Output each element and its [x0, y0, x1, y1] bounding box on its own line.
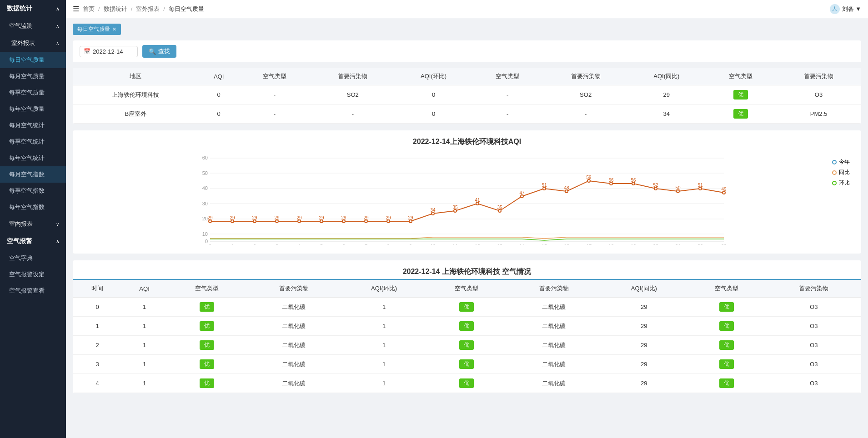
sidebar-item-monthly-index[interactable]: 每月空气指数 [0, 166, 66, 183]
badge-green: 优 [200, 378, 214, 388]
svg-text:4: 4 [298, 243, 301, 244]
cell-time: 1 [73, 317, 122, 336]
detail-col-aqi: AQI [122, 280, 167, 298]
svg-text:29: 29 [207, 215, 213, 220]
sidebar-item-quarterly-index[interactable]: 每季空气指数 [0, 183, 66, 199]
badge-green: 优 [733, 109, 748, 119]
detail-section-title: 2022-12-14 上海轶伦环境科技 空气情况 [73, 260, 861, 279]
cell-aqi-tb: 29 [601, 298, 687, 317]
tab-daily-air-quality[interactable]: 每日空气质量 ✕ [73, 24, 121, 35]
sidebar-section-air-monitor[interactable]: 空气监测 ∧ [0, 17, 66, 35]
svg-text:34: 34 [430, 208, 436, 213]
breadcrumb-data-stats[interactable]: 数据统计 [104, 5, 127, 13]
badge-green: 优 [200, 321, 214, 331]
svg-text:18: 18 [608, 243, 614, 244]
topbar-right: 人 刘备 ▼ [830, 4, 861, 14]
date-input-wrapper: 📅 [80, 46, 138, 57]
chart-title: 2022-12-14上海轶伦环境科技AQI [73, 130, 861, 149]
legend-same-dot [832, 170, 837, 175]
cell-air-type-tb: 优 [687, 298, 766, 317]
svg-text:5: 5 [320, 243, 323, 244]
cell-aqi-hb: 0 [395, 105, 472, 124]
sidebar-item-quarterly-stats[interactable]: 每季空气统计 [0, 134, 66, 150]
svg-text:23: 23 [721, 243, 727, 244]
badge-green: 优 [719, 378, 734, 388]
col-air-type-tb: 空气类型 [705, 68, 776, 85]
sidebar-section-outdoor-report[interactable]: 室外报表 ∧ [0, 35, 66, 52]
sidebar-section-indoor-report[interactable]: 室内报表 ∨ [0, 215, 66, 233]
sidebar-item-monthly-air-quality[interactable]: 每月空气质量 [0, 68, 66, 85]
col-aqi-tb: AQI(同比) [628, 68, 705, 85]
cell-aqi-tb: 29 [601, 317, 687, 336]
sidebar-section-data-stats[interactable]: 数据统计 ∧ [0, 0, 66, 17]
svg-text:9: 9 [409, 243, 412, 244]
badge-green: 优 [719, 340, 734, 350]
svg-text:0: 0 [205, 239, 208, 244]
svg-text:29: 29 [274, 215, 280, 220]
cell-aqi-tb: 29 [601, 355, 687, 374]
cell-air-type-tb: 优 [705, 85, 776, 105]
cell-air-type-hb: 优 [427, 336, 507, 355]
svg-text:1: 1 [231, 243, 234, 244]
cell-air-type: 优 [167, 317, 246, 336]
cell-air-type-tb: 优 [705, 105, 776, 124]
svg-text:6: 6 [342, 243, 345, 244]
svg-text:52: 52 [653, 183, 658, 188]
svg-text:19: 19 [631, 243, 636, 244]
svg-text:29: 29 [252, 215, 257, 220]
cell-pollutant-tb: O3 [766, 374, 861, 393]
cell-air-type-hb: 优 [427, 317, 507, 336]
sidebar-item-daily-air-quality[interactable]: 每日空气质量 [0, 52, 66, 68]
cell-pollutant: 二氧化碳 [246, 317, 341, 336]
table-row: 3 1 优 二氧化碳 1 优 二氧化碳 29 优 O3 [73, 355, 861, 374]
topbar-left: ☰ 首页 / 数据统计 / 室外报表 / 每日空气质量 [73, 5, 204, 13]
sidebar-section-air-alert[interactable]: 空气报警 ∧ [0, 233, 66, 250]
cell-region: B座室外 [73, 105, 199, 124]
table-row: 1 1 优 二氧化碳 1 优 二氧化碳 29 优 O3 [73, 317, 861, 336]
sidebar-item-yearly-air-quality[interactable]: 每年空气质量 [0, 101, 66, 117]
legend-current-dot [832, 160, 837, 164]
sidebar-item-air-alert-settings[interactable]: 空气报警设定 [0, 266, 66, 283]
svg-text:3: 3 [276, 243, 278, 244]
sidebar-item-quarterly-air-quality[interactable]: 每季空气质量 [0, 85, 66, 101]
detail-col-pollutant-hb: 首要污染物 [507, 280, 602, 298]
search-button[interactable]: 🔍 查拢 [142, 45, 176, 58]
legend-chain-ratio: 环比 [832, 179, 850, 187]
detail-col-time: 时间 [73, 280, 122, 298]
overview-table-card: 地区 AQI 空气类型 首要污染物 AQI(环比) 空气类型 首要污染物 AQI… [73, 68, 861, 124]
user-name[interactable]: 刘备 ▼ [842, 5, 861, 13]
badge-green: 优 [459, 340, 474, 350]
svg-text:29: 29 [408, 215, 413, 220]
sidebar-item-air-dictionary[interactable]: 空气字典 [0, 250, 66, 266]
svg-text:29: 29 [386, 215, 391, 220]
svg-text:17: 17 [586, 243, 592, 244]
sidebar: 数据统计 ∧ 空气监测 ∧ 室外报表 ∧ 每日空气质量 每月空气质量 每季空气质… [0, 0, 66, 438]
cell-aqi: 1 [122, 336, 167, 355]
cell-air-type: - [239, 85, 310, 105]
svg-text:15: 15 [542, 243, 547, 244]
filter-bar: 📅 🔍 查拢 [73, 40, 861, 62]
svg-text:35: 35 [452, 205, 458, 210]
cell-pollutant-hb: - [543, 105, 628, 124]
breadcrumb-home[interactable]: 首页 [83, 5, 95, 13]
cell-pollutant-tb: O3 [766, 355, 861, 374]
date-input[interactable] [93, 48, 134, 55]
tab-bar: 每日空气质量 ✕ [73, 24, 861, 35]
table-row: 2 1 优 二氧化碳 1 优 二氧化碳 29 优 O3 [73, 336, 861, 355]
svg-text:51: 51 [697, 183, 703, 188]
svg-text:51: 51 [542, 183, 547, 188]
breadcrumb-outdoor-report[interactable]: 室外报表 [136, 5, 160, 13]
svg-text:12: 12 [475, 243, 480, 244]
legend-same-label: 同比 [839, 169, 850, 176]
cell-pollutant: SO2 [310, 85, 395, 105]
menu-icon[interactable]: ☰ [73, 5, 79, 13]
sidebar-item-air-alert-view[interactable]: 空气报警查看 [0, 283, 66, 299]
detail-col-pollutant-tb: 首要污染物 [766, 280, 861, 298]
tab-close-icon[interactable]: ✕ [112, 26, 116, 32]
sidebar-item-yearly-stats[interactable]: 每年空气统计 [0, 150, 66, 166]
svg-text:50: 50 [202, 170, 208, 176]
sidebar-item-yearly-index[interactable]: 每年空气指数 [0, 199, 66, 215]
sidebar-item-monthly-stats[interactable]: 每月空气统计 [0, 117, 66, 134]
col-aqi: AQI [199, 68, 239, 85]
breadcrumb-current: 每日空气质量 [169, 5, 204, 13]
